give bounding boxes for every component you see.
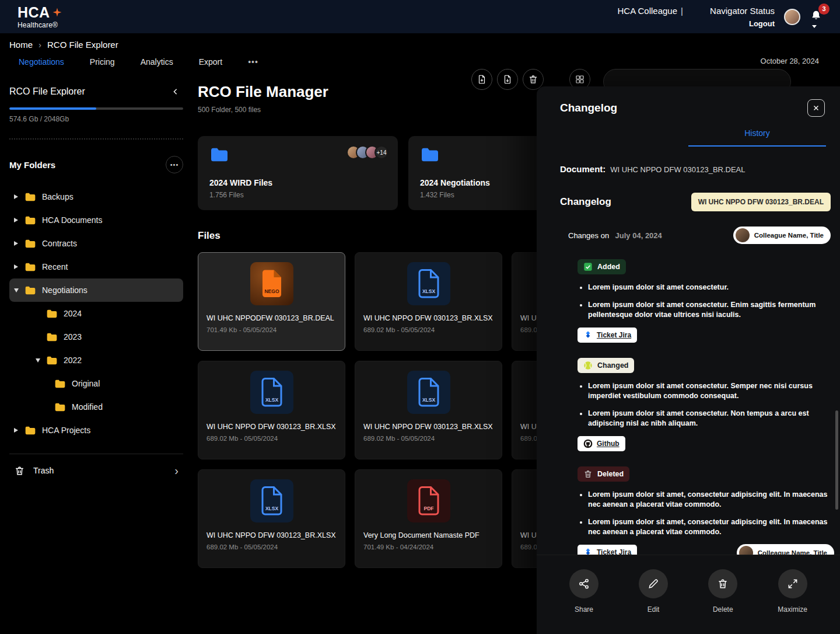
brand-subtext: Healthcare® <box>18 22 62 29</box>
download-file-button[interactable] <box>497 69 518 90</box>
current-date: October 28, 2024 <box>761 57 819 65</box>
change-list: Lorem ipsum dolor sit amet, consectetur … <box>588 490 831 538</box>
edit-button[interactable]: Edit <box>639 569 668 634</box>
panel-scrollbar[interactable] <box>835 410 838 510</box>
tab-export[interactable]: Export <box>199 57 222 67</box>
changelog-section-changed: Changed Lorem ipsum dolor sit amet conse… <box>578 343 831 451</box>
file-name: WI UHC NPPODFW 030123_BR.DEAL <box>198 314 345 322</box>
panel-tabs: History <box>537 128 840 147</box>
xlsx-file-icon: XLSX <box>407 371 450 414</box>
sidebar-item-trash[interactable]: Trash › <box>9 454 183 487</box>
notifications-button[interactable]: 3 <box>810 7 825 27</box>
file-name: WI UHC NPPO DFW 030123_BR.XLSX <box>198 423 345 431</box>
header-right: HCA Colleague| Navigator Status Logout 3 <box>617 6 825 27</box>
tab-negotiations[interactable]: Negotiations <box>19 57 64 67</box>
sidebar-item-modified[interactable]: Modified <box>9 395 183 419</box>
breadcrumb-current: RCO File Explorer <box>47 40 118 50</box>
hca-logo: HCA Healthcare® <box>18 5 62 29</box>
author-chip: Colleague Name, Title <box>737 544 834 555</box>
chevron-right-icon <box>14 264 18 269</box>
new-file-button[interactable] <box>471 69 492 90</box>
sidebar-title: RCO File Explorer <box>9 86 85 97</box>
folder-icon <box>46 356 58 365</box>
folder-icon <box>24 239 36 249</box>
sidebar-item-recent[interactable]: Recent <box>9 255 183 278</box>
svg-text:XLSX: XLSX <box>265 506 278 511</box>
folder-icon <box>24 192 36 202</box>
folder-label: Recent <box>42 262 68 271</box>
file-card[interactable]: PDF Very Long Document Namaste PDF 701.4… <box>355 469 502 568</box>
changelog-section-deleted: Deleted Lorem ipsum dolor sit amet, cons… <box>578 451 831 555</box>
folder-label: Original <box>72 379 100 388</box>
folder-label: HCA Documents <box>42 215 102 225</box>
folder-tree: Backups HCA Documents Contracts Recent <box>9 185 183 442</box>
ticket-jira-link[interactable]: Ticket Jira <box>578 328 637 343</box>
file-meta: 701.49 Kb - 05/05/2024 <box>198 326 345 333</box>
sidebar-item-contracts[interactable]: Contracts <box>9 232 183 255</box>
file-name: WI UHC NPPO DFW 030123_BR.XLSX <box>355 314 502 322</box>
changelog-item: Lorem ipsum dolor sit amet, consectetur … <box>588 490 831 510</box>
sidebar-item-original[interactable]: Original <box>9 372 183 395</box>
chevron-right-icon <box>14 241 18 246</box>
file-card[interactable]: NEGO WI UHC NPPODFW 030123_BR.DEAL 701.4… <box>198 252 345 351</box>
folder-label: Negotiations <box>42 285 88 295</box>
sidebar-item-2024[interactable]: 2024 <box>9 302 183 325</box>
sidebar-item-hca-projects[interactable]: HCA Projects <box>9 419 183 442</box>
xlsx-file-icon: XLSX <box>407 262 450 305</box>
tab-analytics[interactable]: Analytics <box>141 57 173 67</box>
sidebar: RCO File Explorer 574.6 Gb / 2048Gb My F… <box>0 74 192 634</box>
notification-badge: 3 <box>818 4 830 15</box>
sidebar-item-negotiations[interactable]: Negotiations <box>9 278 183 302</box>
shared-avatars: +14 <box>351 145 388 159</box>
breadcrumb-home[interactable]: Home <box>9 40 33 50</box>
top-header: HCA Healthcare® HCA Colleague| Navigator… <box>0 0 840 33</box>
chevron-right-icon <box>14 428 18 433</box>
folder-icon <box>54 379 66 389</box>
tab-history[interactable]: History <box>688 128 826 147</box>
file-name: Very Long Document Namaste PDF <box>355 531 502 539</box>
navigator-status-link[interactable]: Navigator Status <box>710 6 775 16</box>
file-card[interactable]: XLSX WI UHC NPPO DFW 030123_BR.XLSX 689.… <box>355 252 502 351</box>
breadcrumb-separator-icon: › <box>38 40 41 50</box>
file-download-icon <box>502 74 513 85</box>
folder-icon <box>46 309 58 319</box>
chevron-down-icon <box>812 25 817 28</box>
delete-button[interactable]: Delete <box>708 569 737 634</box>
changelog-item: Lorem ipsum dolor sit amet consectetur. … <box>588 381 831 402</box>
folder-icon <box>24 262 36 272</box>
maximize-button[interactable]: Maximize <box>778 569 807 634</box>
change-date: July 04, 2024 <box>615 231 662 240</box>
trash-label: Trash <box>33 466 54 475</box>
sidebar-item-2023[interactable]: 2023 <box>9 325 183 349</box>
folder-icon <box>24 215 36 225</box>
logout-link[interactable]: Logout <box>617 20 775 27</box>
svg-text:XLSX: XLSX <box>422 288 435 294</box>
file-card[interactable]: XLSX WI UHC NPPO DFW 030123_BR.XLSX 689.… <box>198 469 345 568</box>
sidebar-collapse-button[interactable] <box>168 84 183 99</box>
share-button[interactable]: Share <box>569 569 598 634</box>
close-button[interactable] <box>807 99 825 117</box>
folder-card-2024-wird-files[interactable]: +14 2024 WIRD Files 1.756 Files <box>198 136 398 210</box>
sidebar-item-hca-documents[interactable]: HCA Documents <box>9 208 183 232</box>
github-link[interactable]: Github <box>578 436 625 451</box>
check-icon <box>583 262 593 271</box>
user-avatar[interactable] <box>784 9 800 25</box>
changes-on-label: Changes on <box>568 231 609 240</box>
file-card[interactable]: XLSX WI UHC NPPO DFW 030123_BR.XLSX 689.… <box>198 361 345 459</box>
sidebar-item-backups[interactable]: Backups <box>9 185 183 208</box>
folders-more-button[interactable]: ••• <box>166 156 183 173</box>
sidebar-item-2022[interactable]: 2022 <box>9 349 183 372</box>
file-card[interactable]: XLSX WI UHC NPPO DFW 030123_BR.XLSX 689.… <box>355 361 502 459</box>
changelog-section-added: Added Lorem ipsum dolor sit amet consect… <box>578 244 831 343</box>
trash-icon <box>528 74 538 85</box>
svg-text:XLSX: XLSX <box>265 397 278 403</box>
ticket-jira-link[interactable]: Ticket Jira <box>578 545 637 555</box>
chevron-right-icon <box>14 218 18 222</box>
rco-file-explorer-app: HCA Healthcare® HCA Colleague| Navigator… <box>0 0 840 634</box>
file-meta: 689.02 Mb - 05/05/2024 <box>198 435 345 442</box>
chevron-right-icon: › <box>174 464 178 478</box>
tab-pricing[interactable]: Pricing <box>90 57 115 67</box>
tab-more[interactable]: ••• <box>248 57 258 67</box>
chevron-left-icon <box>171 87 180 96</box>
maximize-icon <box>787 578 799 590</box>
